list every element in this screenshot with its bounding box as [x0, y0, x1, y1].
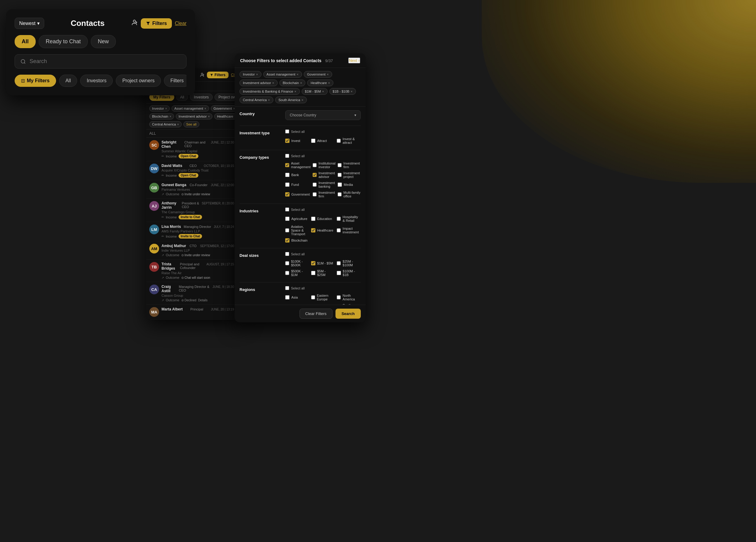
contact-item[interactable]: AM Ambuj Mathur CTO SEPTEMBER, 12 | 17:0…	[146, 241, 244, 260]
tab-ready-to-chat[interactable]: Ready to Chat	[39, 35, 88, 48]
cb-inv-firm[interactable]: Investment firm	[338, 161, 361, 169]
country-placeholder: Choose Country	[290, 113, 316, 117]
cb-hospitality[interactable]: Hospitality & Retail	[337, 215, 361, 222]
search-input[interactable]	[30, 58, 181, 65]
avatar: MA	[149, 307, 159, 317]
cb-inv-advisor[interactable]: Investment advisor	[313, 171, 336, 179]
contact-name: Anthony Jarrin	[161, 201, 181, 210]
search-icon	[20, 59, 26, 64]
middle-filters-btn[interactable]: Filters	[207, 72, 229, 78]
details-link[interactable]: Details	[198, 299, 208, 302]
cb-australia[interactable]: Australia	[285, 303, 309, 305]
filter-pill-investors[interactable]: Investors	[80, 75, 113, 87]
contact-name: David Watts	[161, 164, 182, 168]
regions-select-all: Select all	[285, 286, 361, 290]
next-button[interactable]: Next ›	[348, 58, 360, 63]
cb-inv-project[interactable]: Investment project	[338, 171, 361, 179]
cb-25m-100m[interactable]: $25M - $100M	[337, 260, 361, 267]
cb-1m-5m[interactable]: $1M - $5M	[311, 260, 335, 267]
cb-500k-1m[interactable]: $500K - $1M	[285, 269, 309, 277]
cb-5m-25m[interactable]: $5M - $25M	[311, 269, 335, 277]
filter-pill-filters[interactable]: Filters	[164, 75, 186, 87]
contact-item[interactable]: AJ Anthony Jarrin President & CEO SEPTEM…	[146, 199, 244, 222]
cb-eastern-europe[interactable]: Eastern Europe	[311, 294, 335, 301]
cb-institutional[interactable]: Institutional investor	[313, 161, 336, 169]
checkbox-invest[interactable]: Invest	[285, 137, 309, 144]
contact-name-row: Ambuj Mathur CTO SEPTEMBER, 12 | 17:00	[161, 244, 234, 248]
contact-name-row: Guneet Banga Co-Founder JUNE, 22 | 12:00	[161, 183, 234, 187]
contact-item[interactable]: MA Marta Albert Principal JUNE, 20 | 13:…	[146, 305, 244, 320]
regions-select-all-cb[interactable]	[285, 286, 289, 290]
ftab-investors[interactable]: Investors	[190, 94, 213, 101]
badge-open-chat[interactable]: Open Chat	[179, 173, 198, 178]
badge-invite[interactable]: Invite to Chat	[179, 234, 202, 239]
cb-bank[interactable]: Bank	[285, 171, 311, 179]
cb-multi-family[interactable]: Multi-family office	[338, 191, 361, 198]
select-all-label: Select all	[291, 130, 305, 133]
company-types-select-all-cb[interactable]	[285, 154, 289, 158]
cb-blockchain[interactable]: Blockchain	[285, 238, 309, 243]
af-see-all[interactable]: See all	[183, 121, 199, 127]
filter-pill-all[interactable]: All	[59, 75, 77, 87]
tab-all[interactable]: All	[15, 35, 36, 48]
badge-open-chat[interactable]: Open Chat	[179, 154, 198, 158]
status-text: Outcome	[166, 192, 179, 196]
add-person-icon[interactable]	[200, 73, 204, 77]
cb-fund[interactable]: Fund	[285, 181, 311, 188]
contact-item[interactable]: SC Sebright Chen Chairman and CEO JUNE, …	[146, 138, 244, 161]
cb-100k-500k[interactable]: $100K - $500K	[285, 260, 309, 267]
cb-education[interactable]: Education	[311, 215, 335, 222]
industries-select-all-cb[interactable]	[285, 207, 289, 211]
page-title: Contacts	[71, 19, 105, 28]
contact-item[interactable]: TB Trista Bridges Principal and Cofounde…	[146, 260, 244, 282]
cb-middle-east[interactable]: Middle East	[311, 303, 335, 305]
filter-panel-count: 9/37	[325, 58, 333, 63]
contact-item[interactable]: LM Lisa Morris Managing Director JULY, 7…	[146, 222, 244, 241]
search-button[interactable]: Search	[335, 309, 361, 319]
cb-impact[interactable]: Impact investment	[337, 225, 361, 236]
contact-item[interactable]: GB Guneet Banga Co-Founder JUNE, 22 | 12…	[146, 180, 244, 199]
add-contact-button[interactable]	[131, 19, 138, 27]
country-dropdown[interactable]: Choose Country ▾	[285, 110, 361, 120]
front-card-header: Newest ▾ Contacts Filters Clear	[15, 18, 186, 29]
contact-date: JUNE, 22 | 12:00	[211, 183, 234, 187]
checkbox-invest-attract[interactable]: Invest & attract	[337, 137, 361, 144]
filters-button[interactable]: Filters	[141, 18, 172, 29]
cb-asia[interactable]: Asia	[285, 294, 309, 301]
tab-new[interactable]: New	[91, 35, 116, 48]
tab-row: All Ready to Chat New	[15, 35, 186, 48]
investment-type-select-all-checkbox[interactable]	[285, 129, 289, 133]
contact-role: Principal	[190, 307, 203, 311]
cb-agriculture[interactable]: Agriculture	[285, 215, 309, 222]
filter-pill-my-filters[interactable]: My Filters	[15, 75, 56, 87]
status-text: Income	[166, 215, 177, 219]
cb-gov[interactable]: Government	[285, 191, 311, 198]
fp-tag-1b10b: $1B - $10B ×	[329, 88, 356, 95]
contact-status-row: ↗ Outcome ⊘ Declined Details	[161, 298, 234, 302]
af-central: Central America ×	[149, 121, 182, 127]
regions-content: Select all Asia Eastern Europe North Ame…	[285, 286, 361, 305]
contact-name: Marta Albert	[161, 307, 183, 311]
contact-item[interactable]: DW David Watts CEO OCTOBER, 10 | 10:15 A…	[146, 161, 244, 180]
cb-inv-firm2[interactable]: Investment firm	[313, 191, 336, 198]
checkbox-attract[interactable]: Attract	[311, 137, 335, 144]
deal-sizes-content: Select all $100K - $500K $1M - $5M $25M …	[285, 252, 361, 277]
clear-button[interactable]: Clear	[175, 21, 186, 26]
cb-inv-banking[interactable]: Investment banking	[313, 181, 336, 188]
middle-header-actions: Filters Cle...	[200, 72, 240, 78]
cb-asset-mgmt[interactable]: Asset management	[285, 161, 311, 169]
cb-aviation[interactable]: Aviation, Space & Transport	[285, 225, 309, 236]
filter-pill-project-owners[interactable]: Project owners	[116, 75, 161, 87]
cb-south-america[interactable]: South America	[337, 303, 361, 305]
contact-name: Lisa Morris	[161, 225, 181, 229]
investment-type-content: Select all Invest Attract Invest & attra…	[285, 129, 361, 144]
cb-healthcare[interactable]: Healthcare	[311, 225, 335, 236]
cb-100m-1b[interactable]: $100M - $1B	[337, 269, 361, 277]
deal-sizes-select-all-cb[interactable]	[285, 252, 289, 256]
cb-media[interactable]: Media	[338, 181, 361, 188]
newest-dropdown[interactable]: Newest ▾	[15, 18, 44, 29]
contact-item[interactable]: CA Craig Astill Managing Director & CEO …	[146, 282, 244, 305]
cb-north-america[interactable]: North America	[337, 294, 361, 301]
clear-filters-button[interactable]: Clear Filters	[300, 309, 332, 319]
badge-invite[interactable]: Invite to Chat	[179, 215, 202, 219]
